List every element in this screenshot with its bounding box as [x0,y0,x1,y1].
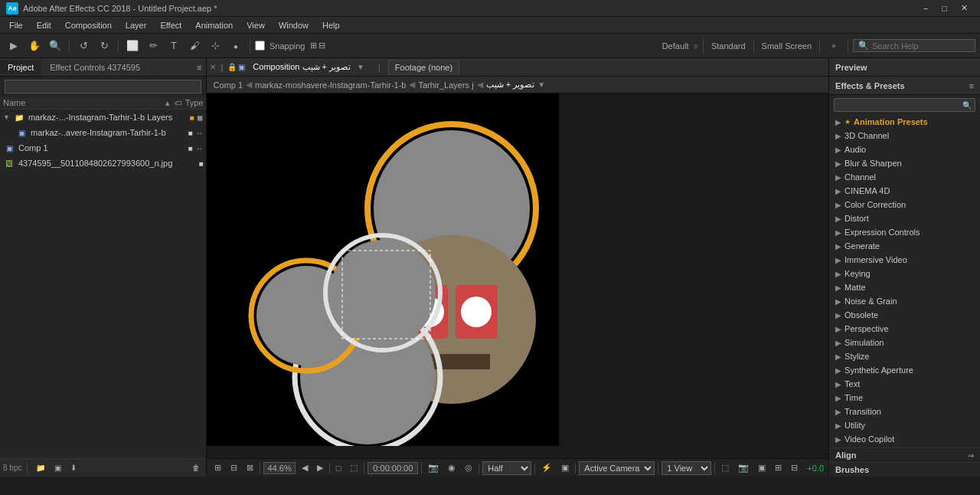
effect-matte[interactable]: ▶ Matte [829,280,980,294]
effect-animation-presets[interactable]: ▶ ★ Animation Presets [829,115,980,129]
menu-animation[interactable]: Animation [189,19,239,31]
effect-perspective[interactable]: ▶ Perspective [829,322,980,336]
effect-audio[interactable]: ▶ Audio [829,143,980,156]
tool-rect[interactable]: ⬜ [123,38,142,54]
project-item-img[interactable]: 🖼 4374595__5011084802627993600_n.jpg ■ [0,156,206,171]
menu-layer[interactable]: Layer [119,19,153,31]
tool-text[interactable]: T [165,38,183,54]
zoom-up-btn[interactable]: ▶ [314,462,326,474]
effect-obsolete[interactable]: ▶ Obsolete [829,308,980,322]
effect-noise-grain[interactable]: ▶ Noise & Grain [829,294,980,308]
comp-viewer[interactable]: ❤ [207,93,828,458]
workspace-standard[interactable]: Standard [708,41,749,51]
panel-tab-menu[interactable]: ≡ [192,61,206,74]
effect-immersive-video[interactable]: ▶ Immersive Video [829,253,980,267]
snapshot-btn[interactable]: 📷 [735,462,752,474]
delete-btn[interactable]: 🗑 [189,463,203,473]
effects-panel-menu[interactable]: ≡ [969,81,974,90]
project-item-comp2[interactable]: ▣ Comp 1 ■ ↔ [0,140,206,156]
effect-cinema4d[interactable]: ▶ CINEMA 4D [829,184,980,198]
reset-view-btn[interactable]: ⊞ [211,462,224,474]
flow-btn[interactable]: ⊟ [788,462,801,474]
always-preview-btn[interactable]: □ [333,463,345,474]
effect-utility[interactable]: ▶ Utility [829,418,980,432]
toggle-transparency-btn[interactable]: ▣ [558,462,572,474]
effect-3d-channel[interactable]: ▶ 3D Channel [829,129,980,143]
import-btn[interactable]: ⬇ [67,463,80,473]
comp-tab-main[interactable]: Composition تصویر + شیب ▼ [247,60,371,75]
close-button[interactable]: ✕ [955,2,974,15]
effect-simulation[interactable]: ▶ Simulation [829,336,980,349]
menu-view[interactable]: View [240,19,271,31]
tab-dropdown[interactable]: ▼ [357,63,364,71]
project-type-col[interactable]: Type [185,98,204,107]
motion-blur-btn[interactable]: ◉ [445,462,459,474]
workspace-default[interactable]: Default [659,41,692,51]
bc-comp1[interactable]: Comp 1 [213,80,243,90]
toggle-channels-btn[interactable]: ⊠ [243,462,256,474]
project-name-col[interactable]: Name [3,98,161,107]
fast-preview-btn[interactable]: ⚡ [538,462,555,474]
effect-blur-sharpen[interactable]: ▶ Blur & Sharpen [829,156,980,170]
effect-color-correction[interactable]: ▶ Color Correction [829,198,980,211]
tool-undo[interactable]: ↺ [74,38,93,54]
effect-generate[interactable]: ▶ Generate [829,239,980,253]
move-to-panel-icon[interactable]: ⇒ [968,451,974,460]
tool-hand[interactable]: ✋ [25,38,44,54]
comp-tab-footage[interactable]: Footage (none) [388,60,459,75]
show-snapshot-btn[interactable]: ▣ [755,462,769,474]
quality-dropdown[interactable]: Half Full Quarter [482,461,531,475]
effect-time[interactable]: ▶ Time [829,391,980,405]
menu-file[interactable]: File [3,19,29,31]
camera-icon[interactable]: 📷 [425,462,442,474]
bc-active[interactable]: تصویر + شیب [486,80,535,90]
workspace-small[interactable]: Small Screen [759,41,815,51]
bc-markaz[interactable]: markaz-moshavere-Instagram-Tarhir-1-b [255,80,406,90]
effect-channel[interactable]: ▶ Channel [829,170,980,184]
region-of-interest-btn[interactable]: ⬚ [347,462,361,474]
snapping-checkbox[interactable] [255,41,265,51]
tool-paint[interactable]: 🖌 [185,38,204,54]
tool-zoom[interactable]: 🔍 [46,38,64,54]
effect-transition[interactable]: ▶ Transition [829,405,980,418]
tag-icon[interactable]: 🏷 [175,99,182,107]
menu-composition[interactable]: Composition [59,19,118,31]
menu-help[interactable]: Help [316,19,346,31]
search-help-input[interactable] [872,41,978,51]
effect-expression-controls[interactable]: ▶ Expression Controls [829,225,980,239]
tool-select[interactable]: ▶ [5,38,23,54]
effect-controls-tab[interactable]: Effect Controls 4374595 [42,61,149,74]
active-camera-dropdown[interactable]: Active Camera [579,461,655,475]
project-tab[interactable]: Project [0,61,42,74]
toolbar-expand[interactable]: » [825,38,843,54]
minimize-button[interactable]: − [917,2,934,15]
tool-redo[interactable]: ↻ [95,38,113,54]
menu-window[interactable]: Window [273,19,315,31]
render-preview-btn[interactable]: ⬚ [718,462,732,474]
menu-edit[interactable]: Edit [31,19,57,31]
color-correct-btn[interactable]: ◎ [462,462,475,474]
bc-tarhir[interactable]: Tarhir_Layers j [418,80,473,90]
new-folder-btn[interactable]: 📁 [33,463,48,473]
effect-stylize[interactable]: ▶ Stylize [829,349,980,363]
tool-pen[interactable]: ✏ [144,38,162,54]
tool-puppet[interactable]: ⬥ [227,38,245,54]
effect-text[interactable]: ▶ Text [829,377,980,391]
effect-video-copilot[interactable]: ▶ Video Copilot [829,432,980,446]
project-search-input[interactable] [5,80,201,93]
show-render-btn[interactable]: ⊞ [772,462,785,474]
new-comp-btn[interactable]: ▣ [51,463,64,473]
maximize-button[interactable]: □ [936,2,953,15]
project-item-folder[interactable]: ▼ 📁 markaz-...-Instagram-Tarhir-1-b Laye… [0,110,206,125]
effects-search-input[interactable] [834,98,975,112]
bc-active-arrow[interactable]: ▼ [537,80,545,89]
effect-synthetic-aperture[interactable]: ▶ Synthetic Aperture [829,363,980,377]
grid-btn[interactable]: ⊟ [227,462,240,474]
zoom-down-btn[interactable]: ◀ [299,462,311,474]
effect-keying[interactable]: ▶ Keying [829,267,980,280]
tool-stamp[interactable]: ⊹ [206,38,224,54]
views-dropdown[interactable]: 1 View 2 Views 4 Views [662,461,711,475]
effect-distort[interactable]: ▶ Distort [829,211,980,225]
tab-close-btn[interactable]: ✕ [210,63,216,71]
menu-effect[interactable]: Effect [154,19,188,31]
